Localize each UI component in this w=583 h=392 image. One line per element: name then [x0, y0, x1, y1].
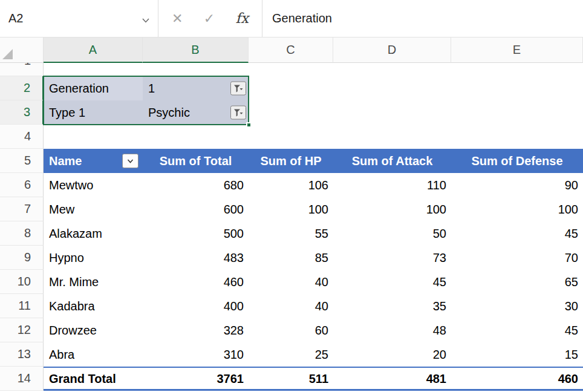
name-box[interactable]: A2 [0, 0, 158, 37]
filter-value-cell[interactable]: 1 [143, 76, 249, 100]
cell-hp[interactable]: 40 [249, 270, 333, 294]
select-all-corner[interactable] [0, 38, 44, 63]
formula-bar: A2 ✕ ✓ fx Generation [0, 0, 583, 38]
pivot-row: Mr. Mime 460 40 45 65 [0, 270, 583, 294]
pivot-row: Drowzee 328 60 48 45 [0, 318, 583, 342]
insert-function-button[interactable]: fx [236, 11, 249, 25]
pivot-row: Abra 310 25 20 15 [0, 342, 583, 367]
cell-defense[interactable]: 460 [451, 367, 583, 391]
column-header-a[interactable]: A [44, 38, 143, 63]
column-header-row: A B C D E [0, 38, 583, 63]
cell-total[interactable]: 400 [143, 294, 249, 318]
grand-total-row: Grand Total 3761 511 481 460 [0, 367, 583, 391]
cell-defense[interactable]: 100 [451, 197, 583, 221]
pivot-row: Hypno 483 85 73 70 [0, 246, 583, 270]
filter-funnel-icon [233, 84, 243, 93]
cell-name[interactable]: Alakazam [44, 221, 143, 246]
cell-total[interactable]: 328 [143, 318, 249, 342]
filter-dropdown-button[interactable] [230, 106, 246, 120]
header-cell-hp[interactable]: Sum of HP [249, 149, 333, 173]
cell-name[interactable]: Mewtwo [44, 173, 143, 197]
cell-hp[interactable]: 55 [249, 221, 333, 246]
cell-hp[interactable]: 40 [249, 294, 333, 318]
cell-attack[interactable]: 110 [333, 173, 451, 197]
cell-total[interactable]: 3761 [143, 367, 249, 391]
cell-hp[interactable]: 85 [249, 246, 333, 270]
cell-name[interactable]: Drowzee [44, 318, 143, 342]
filter-label-cell[interactable]: Generation [44, 76, 143, 100]
fill-handle[interactable] [246, 122, 252, 128]
filter-funnel-icon [233, 108, 243, 117]
cell-defense[interactable]: 70 [451, 246, 583, 270]
cell-total[interactable]: 460 [143, 270, 249, 294]
header-cell-attack[interactable]: Sum of Attack [333, 149, 451, 173]
cell-attack[interactable]: 100 [333, 197, 451, 221]
cell-total[interactable]: 600 [143, 197, 249, 221]
cell-attack[interactable]: 48 [333, 318, 451, 342]
formula-text: Generation [272, 11, 332, 25]
select-all-triangle-icon [2, 48, 13, 60]
name-box-chevron-icon [142, 12, 150, 26]
cell-name[interactable]: Grand Total [44, 367, 143, 391]
cell-name[interactable]: Abra [44, 342, 143, 367]
cell-attack[interactable]: 50 [333, 221, 451, 246]
header-cell-defense[interactable]: Sum of Defense [451, 149, 583, 173]
cell-attack[interactable]: 35 [333, 294, 451, 318]
cell-defense[interactable]: 45 [451, 221, 583, 246]
cell-hp[interactable]: 511 [249, 367, 333, 391]
formula-bar-buttons: ✕ ✓ fx [158, 0, 262, 37]
cell-attack[interactable]: 45 [333, 270, 451, 294]
cell-total[interactable]: 680 [143, 173, 249, 197]
cell-attack[interactable]: 481 [333, 367, 451, 391]
pivot-header-row: Name Sum of Total Sum of HP Sum of Attac… [0, 149, 583, 173]
chevron-down-icon [127, 159, 134, 163]
row-header[interactable]: 4 [0, 125, 44, 149]
cell-reference: A2 [8, 11, 23, 25]
cell-hp[interactable]: 106 [249, 173, 333, 197]
cell-hp[interactable]: 60 [249, 318, 333, 342]
filter-value: 1 [148, 82, 155, 96]
cell-hp[interactable]: 25 [249, 342, 333, 367]
pivot-row: Alakazam 500 55 50 45 [0, 221, 583, 246]
cell-attack[interactable]: 20 [333, 342, 451, 367]
spreadsheet-app: A2 ✕ ✓ fx Generation A B C D E 1 2 3 4 5… [0, 0, 583, 392]
column-header-b[interactable]: B [143, 38, 249, 63]
cell-total[interactable]: 310 [143, 342, 249, 367]
cell-attack[interactable]: 73 [333, 246, 451, 270]
filter-label-cell[interactable]: Type 1 [44, 100, 143, 125]
cell-total[interactable]: 483 [143, 246, 249, 270]
column-header-d[interactable]: D [333, 38, 451, 63]
cancel-icon: ✕ [172, 11, 183, 26]
formula-input[interactable]: Generation [262, 0, 583, 37]
cell-name[interactable]: Mr. Mime [44, 270, 143, 294]
cell-hp[interactable]: 100 [249, 197, 333, 221]
fx-icon: fx [236, 10, 249, 26]
filter-value-cell[interactable]: Psychic [143, 100, 249, 125]
name-filter-dropdown-button[interactable] [122, 154, 138, 168]
cell-defense[interactable]: 15 [451, 342, 583, 367]
enter-button[interactable]: ✓ [204, 12, 215, 25]
filter-dropdown-button[interactable] [230, 82, 246, 96]
cell-defense[interactable]: 90 [451, 173, 583, 197]
column-header-e[interactable]: E [451, 38, 583, 63]
filter-value: Psychic [148, 106, 190, 120]
filter-row: Type 1 Psychic [0, 100, 583, 125]
filter-row: Generation 1 [0, 76, 583, 100]
pivot-row: Mew 600 100 100 100 [0, 197, 583, 221]
cancel-button[interactable]: ✕ [172, 12, 183, 25]
header-cell-total[interactable]: Sum of Total [143, 149, 249, 173]
pivot-row: Kadabra 400 40 35 30 [0, 294, 583, 318]
cell-total[interactable]: 500 [143, 221, 249, 246]
cell-name[interactable]: Kadabra [44, 294, 143, 318]
cell-defense[interactable]: 65 [451, 270, 583, 294]
checkmark-icon: ✓ [204, 11, 215, 26]
column-header-c[interactable]: C [249, 38, 333, 63]
cell-name[interactable]: Mew [44, 197, 143, 221]
cell-defense[interactable]: 30 [451, 294, 583, 318]
row-header[interactable]: 1 [0, 63, 44, 76]
cell-defense[interactable]: 45 [451, 318, 583, 342]
cell-name[interactable]: Hypno [44, 246, 143, 270]
pivot-row: Mewtwo 680 106 110 90 [0, 173, 583, 197]
